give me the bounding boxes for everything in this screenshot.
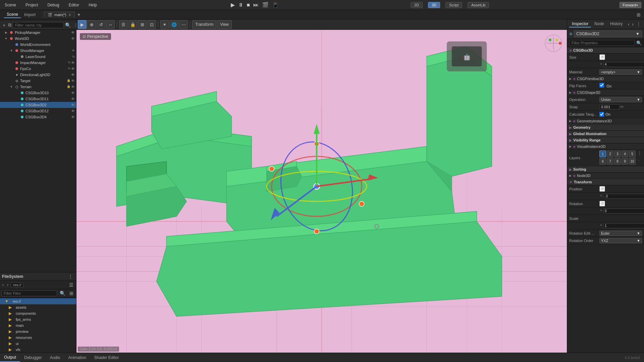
- position-reset-button[interactable]: ↺: [599, 186, 605, 192]
- move-tool-button[interactable]: ⊕: [87, 20, 96, 29]
- scene-filter-search-icon[interactable]: 🔍: [64, 22, 72, 28]
- eye-icon[interactable]: 👁: [71, 67, 75, 71]
- step-button[interactable]: ⏭: [252, 2, 260, 8]
- node3d-subsection[interactable]: ▶ ⊕ Node3D: [567, 173, 644, 179]
- eye-icon[interactable]: 👁: [71, 91, 75, 95]
- eye-icon[interactable]: 👁: [71, 73, 75, 77]
- fs-item-resources[interactable]: ▶ resources: [0, 335, 76, 341]
- tab-close-icon[interactable]: ✕: [68, 13, 71, 17]
- animation-tab[interactable]: Animation: [64, 353, 90, 362]
- eye-icon[interactable]: 👁: [71, 103, 75, 107]
- remote-debug-button[interactable]: 📱: [271, 2, 280, 8]
- output-tab[interactable]: Output: [0, 353, 20, 362]
- tree-item-worldenv[interactable]: WorldEnvironment: [0, 42, 76, 48]
- gi-section-header[interactable]: ▶ Global Illumination: [567, 131, 644, 137]
- stop-button[interactable]: ■: [246, 2, 252, 8]
- calc-tang-checkbox[interactable]: [599, 112, 604, 117]
- tree-item-shootmanager[interactable]: ▼ ShootManager 👁: [0, 48, 76, 54]
- script-button[interactable]: Script: [445, 2, 462, 8]
- lock-button[interactable]: 🔒: [128, 20, 137, 29]
- layer-5-button[interactable]: 5: [629, 150, 636, 157]
- audio-tab[interactable]: Audio: [46, 353, 64, 362]
- camera-button[interactable]: ⊡: [147, 20, 156, 29]
- transform-menu-button[interactable]: Transform: [192, 20, 216, 29]
- pause-button[interactable]: ⏸: [237, 2, 245, 8]
- rotation-edit-dropdown[interactable]: Euler ▼: [599, 231, 642, 236]
- tree-item-csgbox4[interactable]: CSGBox3D4 👁: [0, 114, 76, 120]
- tree-item-csgbox12[interactable]: CSGBox3D12 👁: [0, 108, 76, 114]
- lock-icon2[interactable]: 🔒: [67, 85, 70, 89]
- layer-7-button[interactable]: 7: [607, 158, 613, 165]
- fs-item-ui[interactable]: ▶ ui: [0, 341, 76, 347]
- play-button[interactable]: ▶: [229, 2, 236, 8]
- visualinstance-subsection[interactable]: ▶ ⊕ VisualInstance3D: [567, 143, 644, 150]
- node-type-dropdown[interactable]: CSGBox3D2 ▼: [574, 31, 642, 37]
- fs-filter-icon[interactable]: 🔍: [58, 290, 67, 297]
- environment-button[interactable]: 🌐: [170, 20, 178, 29]
- tree-item-csgbox11[interactable]: CSGBox3D11 👁: [0, 96, 76, 102]
- inspector-tab-history[interactable]: History: [607, 21, 625, 27]
- size-x-input[interactable]: [603, 62, 644, 67]
- transform-section-header[interactable]: ▼ Transform: [567, 179, 644, 185]
- renderer-button[interactable]: Forward+: [620, 2, 641, 8]
- material-dropdown[interactable]: <empty> ▼: [599, 69, 642, 75]
- movie-mode-button[interactable]: 🎬: [261, 2, 270, 8]
- tree-item-pickupmanager[interactable]: ▶ PickupManager 👁: [0, 29, 76, 36]
- tree-item-impactmanager[interactable]: ImpactManager % 👁: [0, 60, 76, 66]
- layer-6-button[interactable]: 6: [599, 158, 606, 165]
- tree-item-fpsco[interactable]: FpsCo % 👁: [0, 66, 76, 72]
- view-cube[interactable]: [543, 33, 564, 53]
- geometry-section-header[interactable]: ▶ Geometry: [567, 124, 644, 131]
- inspector-back-button[interactable]: ‹: [627, 21, 631, 27]
- shader-editor-tab[interactable]: Shader Editor: [90, 353, 123, 362]
- mode-2d-button[interactable]: 2D: [411, 2, 423, 8]
- fs-forward-button[interactable]: ›: [6, 283, 9, 287]
- operation-dropdown[interactable]: Union ▼: [599, 97, 642, 102]
- fs-sort-icon[interactable]: ⊞: [68, 290, 75, 297]
- rot-x-input[interactable]: [603, 208, 644, 214]
- rotation-order-dropdown[interactable]: YXZ ▼: [599, 238, 642, 243]
- main-scene-tab[interactable]: 🎬 main(*) ✕: [44, 12, 74, 18]
- inspector-tab-inspector[interactable]: Inspector: [569, 21, 591, 27]
- rotate-tool-button[interactable]: ↺: [97, 20, 105, 29]
- scale-tool-button[interactable]: ↔: [106, 20, 115, 29]
- expand-icon[interactable]: ⊞: [635, 12, 643, 17]
- flip-faces-checkbox[interactable]: [599, 83, 604, 87]
- layer-4-button[interactable]: 4: [622, 150, 628, 157]
- lock-icon[interactable]: 🔒: [67, 79, 70, 83]
- fs-item-main[interactable]: ▶ main: [0, 322, 76, 328]
- add-node-button[interactable]: +: [1, 22, 7, 28]
- view-menu-button[interactable]: View: [217, 20, 232, 29]
- tree-item-lasersound[interactable]: LaserSound %: [0, 54, 76, 60]
- scene-filter-input[interactable]: [13, 22, 64, 28]
- import-tab-button[interactable]: Import: [21, 11, 38, 18]
- eye-icon[interactable]: 👁: [71, 85, 75, 89]
- scene-tree-settings-icon[interactable]: ⋮: [72, 22, 76, 28]
- menu-item-help[interactable]: Help: [87, 3, 99, 7]
- new-tab-button[interactable]: +: [75, 12, 83, 18]
- more-options-button[interactable]: ⋯: [179, 20, 188, 29]
- eye-icon[interactable]: 👁: [71, 31, 75, 35]
- instance-button[interactable]: ⧉: [7, 21, 13, 28]
- tree-item-world3d[interactable]: ▼ World3D 👁: [0, 36, 76, 42]
- filter-search-icon[interactable]: 🔍: [636, 41, 642, 46]
- layers-more-icon[interactable]: ⋮: [637, 150, 642, 157]
- grid-snap-button[interactable]: ⊞: [138, 20, 147, 29]
- filesystem-settings-icon[interactable]: ⋮: [67, 273, 74, 280]
- tree-item-csgbox10[interactable]: CSGBox3D10 👁: [0, 90, 76, 96]
- fs-item-assets[interactable]: ▶ assets: [0, 304, 76, 310]
- fs-item-vfx[interactable]: ▶ vfx: [0, 347, 76, 353]
- filter-properties-input[interactable]: [569, 40, 635, 46]
- eye-icon[interactable]: 👁: [71, 97, 75, 101]
- scale-x-input[interactable]: [603, 223, 644, 228]
- tree-item-target[interactable]: ⊙ Target 🔒 👁: [0, 78, 76, 84]
- fs-item-res[interactable]: ▼ res://: [0, 298, 76, 304]
- fs-item-preview[interactable]: ▶ preview: [0, 328, 76, 335]
- eye-icon[interactable]: 👁: [71, 79, 75, 83]
- inspector-tab-node[interactable]: Node: [592, 21, 607, 27]
- inspector-more-button[interactable]: ⋮: [635, 21, 642, 27]
- menu-item-scene[interactable]: Scene: [3, 3, 18, 7]
- rotation-reset-button[interactable]: ↺: [599, 201, 605, 206]
- eye-icon[interactable]: 👁: [71, 115, 75, 119]
- csgshape-subsection[interactable]: ▶ ⊕ CSGShape3D: [567, 89, 644, 96]
